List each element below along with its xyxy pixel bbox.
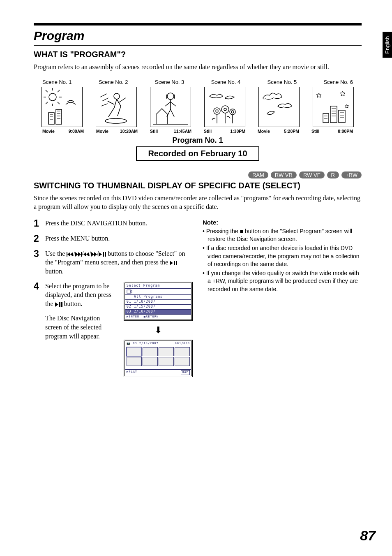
play-pause-icon <box>99 250 106 257</box>
camera-icon <box>127 289 132 294</box>
svg-marker-49 <box>83 252 86 257</box>
svg-marker-51 <box>91 252 94 257</box>
scene-type: Still <box>311 129 319 134</box>
svg-rect-54 <box>103 252 104 257</box>
flowers-icon <box>205 88 244 126</box>
page: Program WHAT IS "PROGRAM"? Program refer… <box>0 0 392 399</box>
svg-marker-44 <box>67 252 70 257</box>
scene-type: Movie <box>96 129 108 134</box>
osd-thumb <box>159 347 174 356</box>
scene-time: 8:00PM <box>338 129 353 134</box>
scene-time: 11:45AM <box>174 129 191 134</box>
svg-marker-47 <box>78 252 81 257</box>
disc-tag: RW VF <box>299 171 325 178</box>
step-text: Press the DISC NAVIGATION button. <box>45 219 193 228</box>
scene-time: 5:20PM <box>284 129 299 134</box>
scene-thumb <box>258 87 300 127</box>
next-track-icon <box>75 250 82 257</box>
svg-marker-52 <box>94 252 97 257</box>
svg-rect-43 <box>67 252 67 257</box>
note-item: If you change the video quality or switc… <box>203 269 362 294</box>
osd-thumb <box>127 357 142 366</box>
osd-thumb <box>159 357 174 366</box>
scene-thumb <box>42 87 83 127</box>
svg-rect-57 <box>174 261 175 265</box>
page-number: 87 <box>360 528 376 544</box>
scene-type: Still <box>204 129 212 134</box>
svg-point-20 <box>167 93 174 100</box>
osd-thumb <box>143 347 158 356</box>
step-text-extra: The Disc Navigation screen of the select… <box>45 314 116 341</box>
scene-thumb <box>204 87 245 127</box>
scenes-diagram: Scene No. 1 Scene No. 2 Scene No. 3 Scen… <box>42 79 354 161</box>
svg-rect-62 <box>127 290 131 293</box>
scene-type: Movie <box>42 129 55 134</box>
note-list: Pressing the ■ button on the "Select Pro… <box>203 227 362 294</box>
osd-thumb <box>127 347 142 356</box>
rewind-icon <box>83 250 89 257</box>
disc-type-tags: RAM RW VR RW VF R +RW <box>34 171 362 178</box>
page-title: Program <box>34 29 362 43</box>
scene-time: 10:20AM <box>120 129 138 134</box>
skater-icon <box>97 88 136 126</box>
svg-rect-58 <box>176 261 177 265</box>
sun-city-icon <box>43 88 81 126</box>
svg-marker-63 <box>131 290 132 293</box>
osd-title: Select Program <box>125 283 191 289</box>
svg-marker-50 <box>86 252 89 257</box>
step-text: Select the program to be displayed, and … <box>45 282 116 308</box>
heading-switching: SWITCHING TO THUMBNAIL DISPLAY OF SPECIF… <box>34 181 362 190</box>
svg-line-8 <box>58 102 60 104</box>
language-tab: English <box>383 32 392 58</box>
step-4: 4 Select the program to be displayed, an… <box>34 282 193 377</box>
paragraph-switching: Since the scenes recorded on this DVD vi… <box>34 194 362 211</box>
scene-label: Scene No. 3 <box>155 79 184 85</box>
svg-marker-46 <box>75 252 78 257</box>
note-heading: Note: <box>203 219 362 226</box>
heading-what-is-program: WHAT IS "PROGRAM"? <box>34 50 362 59</box>
step-number: 3 <box>34 249 42 276</box>
play-pause-icon <box>55 300 62 307</box>
rule-thin <box>34 45 362 46</box>
osd-thumb <box>143 357 158 366</box>
osd-thumb <box>175 347 190 356</box>
scene-label: Scene No. 2 <box>99 79 128 85</box>
scene-thumb <box>150 87 191 127</box>
step-text: Use the //// buttons to choose "Select" … <box>45 249 193 276</box>
step-number: 4 <box>34 282 42 377</box>
play-pause-icon <box>170 259 177 266</box>
scene-label: Scene No. 4 <box>211 79 241 85</box>
scene-label: Scene No. 1 <box>42 79 72 85</box>
fast-forward-icon <box>91 250 97 257</box>
scene-type: Still <box>150 129 158 134</box>
scene-type: Movie <box>258 129 270 134</box>
svg-point-27 <box>231 111 234 113</box>
paragraph-what-is-program: Program refers to an assembly of scenes … <box>34 63 362 72</box>
svg-point-22 <box>214 108 220 114</box>
program-caption: Program No. 1 <box>42 136 354 145</box>
prev-track-icon <box>67 250 73 257</box>
svg-point-23 <box>216 110 218 112</box>
svg-point-24 <box>221 106 229 113</box>
disc-tag: RAM <box>248 171 268 178</box>
svg-rect-60 <box>59 302 60 307</box>
step-2: 2 Press the MENU button. <box>34 234 193 243</box>
house-girl-icon <box>151 88 190 126</box>
scene-time: 1:30PM <box>230 129 245 134</box>
osd-thumb <box>175 357 190 366</box>
svg-rect-10 <box>56 109 62 124</box>
clouds-icon <box>260 88 298 126</box>
rule-thick <box>34 23 362 25</box>
svg-rect-48 <box>81 252 82 257</box>
step-3: 3 Use the //// buttons to choose "Select… <box>34 249 193 276</box>
scene-label: Scene No. 5 <box>267 79 297 85</box>
svg-point-19 <box>105 118 127 123</box>
down-arrow-icon: ⬇ <box>124 324 193 336</box>
svg-marker-56 <box>170 261 173 265</box>
scene-time: 9:00AM <box>69 129 84 134</box>
svg-line-5 <box>46 90 48 92</box>
svg-marker-59 <box>55 302 58 307</box>
svg-marker-45 <box>70 252 73 257</box>
program-date-box: Recorded on February 10 <box>136 146 259 161</box>
svg-point-25 <box>224 108 226 111</box>
